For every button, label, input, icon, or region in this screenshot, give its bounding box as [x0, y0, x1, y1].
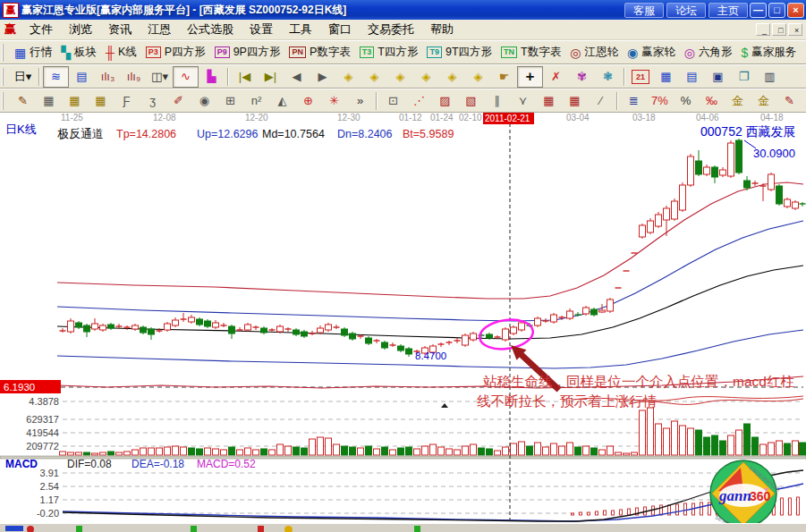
color-chart-button[interactable]: ▙ [199, 66, 225, 88]
gold-grid-tool[interactable]: ▦ [62, 90, 88, 112]
menu-item-设置[interactable]: 设置 [242, 20, 281, 39]
calculator-icon[interactable]: ▦ [653, 66, 679, 88]
spiral-tool[interactable]: ʒ [140, 90, 165, 112]
info-panel-toggle[interactable]: ▤ [69, 66, 95, 88]
draw-pen-tool[interactable]: ✎ [10, 90, 36, 112]
fibonacci-grid-tool[interactable]: Ƒ [114, 90, 140, 112]
gann-flower-tool[interactable]: ✾ [569, 66, 595, 88]
kline-button[interactable]: ╫K线 [101, 42, 141, 63]
candle-body [326, 325, 332, 330]
candle-style-dropdown[interactable]: ◫▾ [147, 66, 173, 88]
p-square-button[interactable]: P3P四方形 [141, 42, 210, 63]
system-icon[interactable]: ▥ [757, 66, 783, 88]
mdi-minimize-button[interactable]: _ [756, 23, 770, 36]
hand-tool[interactable]: ☛ [491, 66, 517, 88]
first-page-button[interactable]: |◀ [232, 66, 258, 88]
prev-bar-button[interactable]: ◀ [284, 66, 310, 88]
permille-tool[interactable]: ‰ [699, 90, 725, 112]
delete-drawing-tool[interactable]: ✗ [543, 66, 569, 88]
seven-percent-tool[interactable]: 7% [647, 90, 673, 112]
quotes-button[interactable]: ▦行情 [10, 42, 56, 63]
compress-button[interactable]: ◈ [439, 66, 465, 88]
a-pattern-tool[interactable]: A [802, 90, 806, 112]
brush-tool[interactable]: ✐ [165, 90, 191, 112]
winner-wheel-button[interactable]: ◉赢家轮 [623, 42, 680, 63]
gold-grid2-tool[interactable]: ▦ [88, 90, 114, 112]
menu-item-资讯[interactable]: 资讯 [100, 20, 140, 39]
hexagon-button[interactable]: ◎六角形 [680, 42, 737, 63]
p-number-table-button[interactable]: PNP数字表 [284, 42, 354, 63]
n-square-tool[interactable]: n² [243, 90, 269, 112]
maximize-button[interactable]: □ [768, 3, 785, 18]
winner-service-button[interactable]: $赢家服务 [736, 42, 801, 63]
forum-button[interactable]: 论坛 [666, 3, 706, 18]
crosshair-circle-tool[interactable]: ⊕ [295, 90, 321, 112]
slant-lines-tool[interactable]: ∕ [588, 90, 614, 112]
last-page-button[interactable]: ▶| [258, 66, 284, 88]
customer-service-button[interactable]: 客服 [624, 3, 664, 18]
crosshair-tool[interactable]: + [517, 66, 543, 88]
gold-circle-tool[interactable]: 金 [725, 90, 751, 112]
t-number-table-button[interactable]: TNT数字表 [496, 42, 565, 63]
menu-item-浏览[interactable]: 浏览 [61, 20, 100, 39]
circle-cycle-tool[interactable]: ◉ [191, 90, 217, 112]
menu-item-交易委托[interactable]: 交易委托 [360, 20, 422, 39]
menu-item-帮助[interactable]: 帮助 [422, 20, 462, 39]
minimize-button[interactable]: — [750, 3, 767, 18]
channel-upper-line [57, 221, 803, 321]
zoom-out-button[interactable]: ◈ [387, 66, 413, 88]
more-tools-button[interactable]: » [347, 90, 373, 112]
save-icon[interactable]: ▣ [705, 66, 731, 88]
fan-lines-tool[interactable]: ⋰ [406, 90, 432, 112]
menu-item-窗口[interactable]: 窗口 [320, 20, 360, 39]
mdi-close-button[interactable]: × [788, 23, 802, 36]
p9-square-button[interactable]: P99P四方形 [210, 42, 285, 63]
pattern9-button[interactable]: ılı₉ [121, 66, 147, 88]
export-icon[interactable]: ❐ [731, 66, 757, 88]
diag-box-tool[interactable]: ▧ [458, 90, 484, 112]
red-grid-tool[interactable]: ▦ [536, 90, 562, 112]
gann-grid-tool[interactable]: ▦ [36, 90, 62, 112]
percent-tool[interactable]: % [673, 90, 699, 112]
marker-pen-tool[interactable]: ✎ [776, 90, 802, 112]
petal-tool[interactable]: ❃ [595, 66, 621, 88]
red-wave-toggle[interactable]: ∿ [173, 66, 199, 88]
kline-chart-canvas[interactable]: MACDDIF=0.08DEA=-0.18MACD=0.523.912.541.… [0, 113, 806, 523]
toolbar-grip[interactable] [2, 44, 6, 62]
sectors-button[interactable]: ▚板块 [56, 42, 101, 63]
bars-compare-tool[interactable]: ≣ [621, 90, 647, 112]
hatch-box-tool[interactable]: ▨ [432, 90, 458, 112]
gold-lines-tool[interactable]: 金 [751, 90, 776, 112]
close-button[interactable]: × [787, 3, 804, 18]
toolbar-grip[interactable] [2, 68, 6, 86]
square-grid-tool[interactable]: ⊞ [217, 90, 243, 112]
calendar-icon[interactable]: 21 [632, 70, 649, 84]
period-day-dropdown[interactable]: 日▾ [10, 66, 36, 88]
gann-wheel-button[interactable]: ◎江恩轮 [565, 42, 623, 63]
next-bar-button[interactable]: ▶ [310, 66, 335, 88]
mdi-restore-button[interactable]: □ [772, 23, 786, 36]
t-square-button[interactable]: T3T四方形 [355, 42, 423, 63]
pattern3-button[interactable]: ılı₃ [95, 66, 121, 88]
t9-square-button[interactable]: T99T四方形 [422, 42, 496, 63]
menu-item-江恩[interactable]: 江恩 [140, 20, 179, 39]
pan-left-button[interactable]: ◈ [335, 66, 361, 88]
menu-item-公式选股[interactable]: 公式选股 [179, 20, 242, 39]
menu-item-文件[interactable]: 文件 [21, 20, 61, 39]
angle-mirror-tool[interactable]: ◭ [269, 90, 295, 112]
parallel-lines-tool[interactable]: ∥ [484, 90, 510, 112]
zoom-in-button[interactable]: ◈ [413, 66, 439, 88]
red-grid2-tool[interactable]: ▦ [562, 90, 588, 112]
zigzag-tool[interactable]: ⋎ [510, 90, 536, 112]
notepad-icon[interactable]: ▤ [679, 66, 705, 88]
status-green3-icon [414, 526, 420, 532]
star-rays-tool[interactable]: ✳ [321, 90, 347, 112]
toolbar-grip[interactable] [2, 92, 6, 110]
box-select-tool[interactable]: ⊡ [380, 90, 406, 112]
homepage-button[interactable]: 主页 [708, 3, 748, 18]
menu-item-工具[interactable]: 工具 [281, 20, 320, 39]
wave-overlay-toggle[interactable]: ≋ [43, 66, 69, 88]
pan-right-button[interactable]: ◈ [361, 66, 387, 88]
expand-button[interactable]: ◈ [465, 66, 491, 88]
chart-area[interactable]: MACDDIF=0.08DEA=-0.18MACD=0.523.912.541.… [0, 113, 806, 523]
